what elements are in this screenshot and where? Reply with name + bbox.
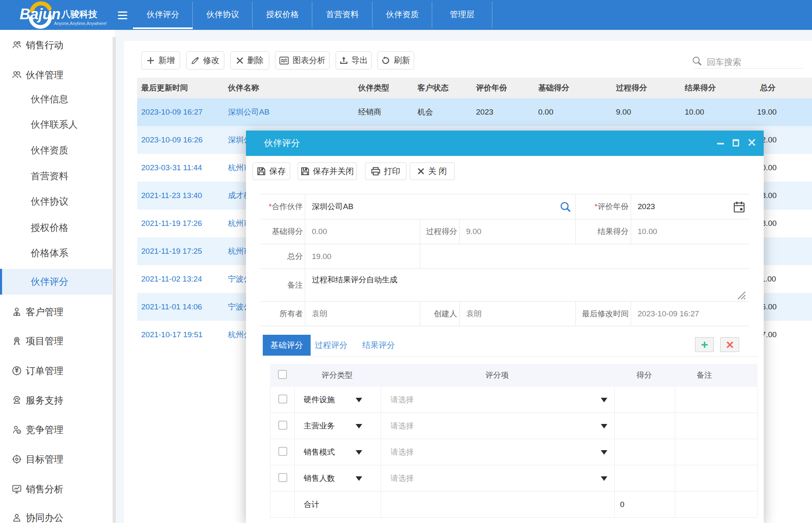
svg-text:八骏科技: 八骏科技 xyxy=(61,9,98,19)
svg-text:vs: vs xyxy=(18,431,20,433)
svg-text:Anyone,Anytime,Anywhere!: Anyone,Anytime,Anywhere! xyxy=(54,21,107,26)
svg-text:Bajun: Bajun xyxy=(20,6,61,23)
